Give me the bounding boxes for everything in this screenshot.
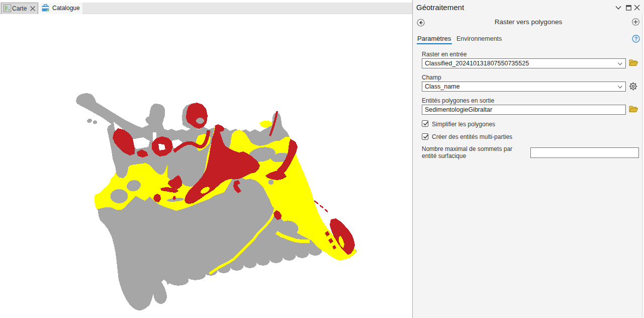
svg-text:?: ?: [634, 36, 637, 42]
